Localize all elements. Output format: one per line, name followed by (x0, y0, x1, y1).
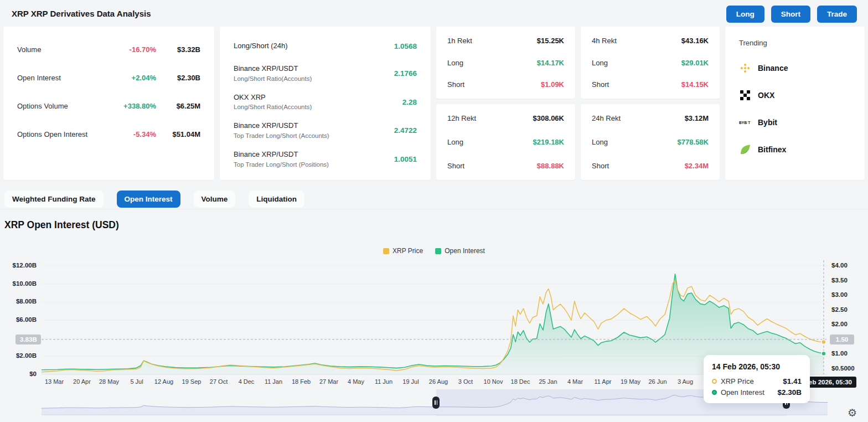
rekt-total: $3.12M (685, 114, 709, 122)
stat-value: $51.04M (156, 130, 200, 138)
x-axis-tick: 5 Jul (130, 378, 143, 385)
stat-change: +338.80% (101, 102, 156, 110)
ratio-name: Binance XRP/USDT (234, 64, 394, 74)
chart-title: XRP Open Interest (USD) (4, 219, 119, 231)
stat-row-options-open-interest: Options Open Interest -5.34% $51.04M (17, 126, 200, 142)
x-axis-tick: 11 Apr (595, 378, 612, 385)
rekt-short-label: Short (592, 162, 609, 170)
open-interest-marker-icon (712, 390, 717, 395)
trending-item-bitfinex[interactable]: Bitfinex (739, 143, 851, 156)
left-axis-tick: $0 (0, 370, 37, 377)
trade-button[interactable]: Trade (817, 6, 857, 23)
crosshair-left-axis-badge: 3.83B (16, 334, 41, 344)
tab-open-interest[interactable]: Open Interest (117, 191, 180, 208)
ratio-subtitle: Long/Short Ratio(Accounts) (234, 102, 402, 111)
rekt-short-value: $1.09K (541, 80, 564, 89)
rekt-period: 4h Rekt (592, 37, 617, 45)
stat-row-open-interest: Open Interest +2.04% $2.30B (17, 70, 200, 85)
svg-text:BYB: BYB (739, 121, 747, 125)
stat-change: -16.70% (101, 45, 156, 54)
left-axis-tick: $12.00B (0, 262, 37, 269)
rekt-long-value: $778.58K (678, 138, 709, 146)
tooltip-row-price: XRP Price $1.41 (712, 377, 802, 385)
ratio-name: Long/Short (24h) (234, 41, 394, 52)
legend-item-xrp-price[interactable]: XRP Price (383, 247, 423, 255)
rekt-long-label: Long (447, 59, 463, 67)
tooltip-series-value: $2.30B (777, 388, 802, 397)
right-axis-tick: $0.5000 (831, 365, 855, 372)
svg-text:T: T (748, 121, 750, 125)
stat-value: $2.30B (156, 74, 200, 82)
rekt-card-24h: 24h Rekt$3.12M Long$778.58K Short$2.34M (581, 104, 720, 180)
market-overview-card: Volume -16.70% $3.32B Open Interest +2.0… (3, 27, 214, 180)
x-axis-tick: 27 Oct (210, 378, 228, 385)
rekt-long-label: Long (592, 59, 608, 67)
ratio-subtitle: Long/Short Ratio(Accounts) (234, 74, 394, 83)
ratio-value: 2.1766 (394, 69, 417, 78)
right-axis-tick: $2.50 (831, 306, 848, 313)
tooltip-row-open-interest: Open Interest $2.30B (712, 388, 802, 397)
tab-weighted-funding-rate[interactable]: Weighted Funding Rate (4, 191, 104, 208)
x-axis-tick: 28 May (99, 378, 119, 385)
stat-row-volume: Volume -16.70% $3.32B (17, 42, 200, 57)
rekt-total: $308.06K (533, 114, 564, 122)
tab-volume[interactable]: Volume (194, 191, 236, 208)
navigator-left-handle[interactable] (432, 397, 440, 409)
trending-item-bybit[interactable]: BYB!T Bybit (739, 116, 851, 128)
ratio-name: Binance XRP/USDT (234, 150, 394, 160)
ratio-row: Binance XRP/USDT Top Trader Long/Short (… (234, 121, 417, 140)
stats-cards-row: Volume -16.70% $3.32B Open Interest +2.0… (3, 27, 865, 180)
short-button[interactable]: Short (771, 6, 810, 23)
x-axis-tick: 20 Apr (73, 378, 91, 385)
long-button[interactable]: Long (726, 6, 764, 23)
trending-item-okx[interactable]: OKX (739, 89, 851, 101)
ratio-value: 2.4722 (394, 126, 417, 135)
ratio-subtitle: Top Trader Long/Short (Accounts) (234, 131, 394, 140)
open-interest-swatch (435, 248, 441, 254)
rekt-short-label: Short (447, 80, 464, 89)
rekt-total: $43.16K (681, 37, 709, 45)
xrp-price-marker-icon (712, 379, 717, 384)
xrp-price-swatch (383, 248, 389, 254)
rekt-long-value: $14.17K (537, 59, 564, 67)
rekt-long-value: $219.18K (533, 138, 564, 146)
x-axis-tick: 27 Mar (319, 378, 338, 385)
rekt-short-value: $2.34M (685, 162, 709, 170)
exchange-name: Binance (758, 64, 788, 73)
crosshair-right-axis-badge: 1.50 (830, 334, 854, 344)
exchange-name: Bybit (758, 118, 777, 127)
legend-label: Open Interest (445, 247, 485, 255)
settings-gear-icon[interactable]: ⚙ (848, 408, 857, 418)
x-axis-tick: 3 Aug (678, 378, 693, 385)
stat-value: $3.32B (156, 45, 200, 54)
page-title: XRP XRP Derivatives Data Analysis (12, 9, 151, 18)
x-axis-tick: 12 Aug (154, 378, 173, 385)
stat-change: -5.34% (101, 130, 156, 138)
x-axis-tick: 4 May (348, 378, 364, 385)
rekt-short-value: $88.88K (537, 162, 564, 170)
x-axis-tick: 10 Nov (484, 378, 503, 385)
legend-item-open-interest[interactable]: Open Interest (435, 247, 485, 255)
trending-item-binance[interactable]: Binance (739, 62, 851, 74)
right-axis-tick: $3.50 (831, 277, 848, 284)
tab-liquidation[interactable]: Liquidation (249, 191, 304, 208)
left-axis-tick: $6.00B (0, 316, 37, 323)
right-axis-tick: $1.00 (831, 350, 848, 357)
section-divider (0, 209, 868, 209)
page-header: XRP XRP Derivatives Data Analysis Long S… (0, 0, 868, 25)
x-axis-tick: 18 Dec (511, 378, 530, 385)
x-axis-tick: 19 Jul (402, 378, 418, 385)
tooltip-date: 14 Feb 2026, 05:30 (712, 362, 802, 371)
right-axis-tick: $2.00 (831, 321, 848, 327)
right-axis-tick: $3.00 (831, 291, 848, 298)
x-axis-tick: 13 Mar (45, 378, 64, 385)
x-axis-tick: 26 Aug (429, 378, 448, 385)
x-axis-tick: 4 Mar (567, 378, 583, 385)
chart-tabs: Weighted Funding Rate Open Interest Volu… (4, 191, 304, 208)
chart-tooltip: 14 Feb 2026, 05:30 XRP Price $1.41 Open … (704, 355, 810, 403)
stat-label: Volume (17, 45, 101, 54)
okx-icon (739, 89, 751, 101)
tooltip-series-value: $1.41 (783, 377, 802, 385)
ratio-subtitle: Top Trader Long/Short (Positions) (234, 160, 394, 169)
rekt-period: 24h Rekt (592, 114, 621, 122)
